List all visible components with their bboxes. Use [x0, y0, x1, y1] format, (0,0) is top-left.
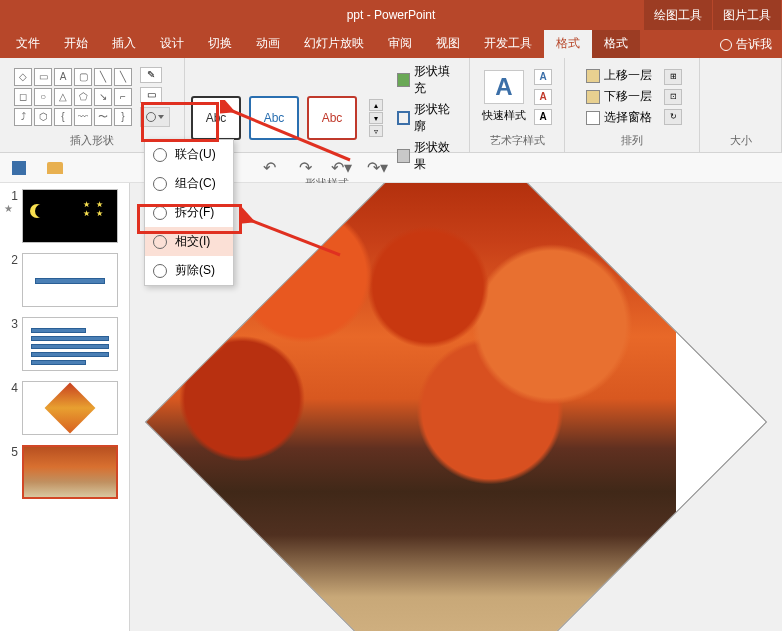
thumb-2[interactable]: 2	[4, 253, 125, 307]
tab-format-draw[interactable]: 格式	[544, 30, 592, 58]
quick-styles-button[interactable]: A	[484, 70, 523, 104]
tab-animation[interactable]: 动画	[244, 30, 292, 58]
tell-me[interactable]: 告诉我	[714, 31, 778, 58]
shape-gallery[interactable]: ◇▭A▢╲╲ ◻○△⬠↘⌐ ⤴⬡{〰〜}	[14, 68, 132, 126]
combine-icon	[153, 177, 167, 191]
layer-icon	[586, 90, 600, 104]
tab-format-pic[interactable]: 格式	[592, 30, 640, 58]
animation-star-icon: ★	[4, 203, 18, 214]
tab-insert[interactable]: 插入	[100, 30, 148, 58]
folder-icon	[47, 162, 63, 174]
thumb-1[interactable]: 1★ ★ ★★ ★	[4, 189, 125, 243]
group-label: 大小	[730, 131, 752, 150]
text-box-icon[interactable]: ▭	[140, 87, 162, 103]
text-effect-button[interactable]: A	[534, 109, 552, 125]
union-icon	[153, 148, 167, 162]
tab-review[interactable]: 审阅	[376, 30, 424, 58]
group-wordart: A 快速样式 A A A 艺术字样式	[470, 58, 565, 152]
gallery-more-icon[interactable]: ▿	[369, 125, 383, 137]
thumb-4[interactable]: 4	[4, 381, 125, 435]
bulb-icon	[720, 39, 732, 51]
slide-thumbnails[interactable]: 1★ ★ ★★ ★ 2 3 4 5	[0, 183, 130, 631]
rotate-button[interactable]: ↻	[664, 109, 682, 125]
edit-shape-icon[interactable]: ✎	[140, 67, 162, 83]
thumb-5[interactable]: 5	[4, 445, 125, 499]
tab-view[interactable]: 视图	[424, 30, 472, 58]
align-button[interactable]: ⊞	[664, 69, 682, 85]
window-title: ppt - PowerPoint	[347, 8, 436, 22]
gallery-down-icon[interactable]: ▾	[369, 112, 383, 124]
bucket-icon	[397, 73, 410, 87]
workspace: 1★ ★ ★★ ★ 2 3 4 5	[0, 183, 782, 631]
svg-line-0	[230, 110, 350, 160]
tell-me-label: 告诉我	[736, 36, 772, 53]
subtract-icon	[153, 264, 167, 278]
intersect-icon	[153, 235, 167, 249]
group-label: 艺术字样式	[490, 131, 545, 150]
shape-menu: 形状填充 形状轮廓 形状效果	[393, 62, 463, 174]
contextual-tabs: 绘图工具 图片工具	[644, 0, 782, 30]
svg-line-1	[250, 220, 340, 255]
group-arrange: 上移一层 下移一层 选择窗格 ⊞ ⊡ ↻ 排列	[565, 58, 700, 152]
ribbon: ◇▭A▢╲╲ ◻○△⬠↘⌐ ⤴⬡{〰〜} ✎ ▭ 插入形状 Abc Abc Ab…	[0, 58, 782, 153]
save-icon	[12, 161, 26, 175]
annotation-arrow-1	[220, 100, 360, 170]
shape-fill-button[interactable]: 形状填充	[393, 62, 463, 98]
group-size: 大小	[700, 58, 782, 152]
group-label: 排列	[621, 131, 643, 150]
effect-icon	[397, 149, 410, 163]
pane-icon	[586, 111, 600, 125]
tab-slideshow[interactable]: 幻灯片放映	[292, 30, 376, 58]
shape-effect-button[interactable]: 形状效果	[393, 138, 463, 174]
text-outline-button[interactable]: A	[534, 89, 552, 105]
picture-tools-tab[interactable]: 图片工具	[713, 0, 782, 30]
highlight-intersect	[137, 204, 242, 234]
gallery-spinner: ▴ ▾ ▿	[369, 99, 383, 137]
tab-developer[interactable]: 开发工具	[472, 30, 544, 58]
group-button[interactable]: ⊡	[664, 89, 682, 105]
group-label: 插入形状	[70, 131, 114, 150]
gallery-up-icon[interactable]: ▴	[369, 99, 383, 111]
send-backward-button[interactable]: 下移一层	[582, 87, 656, 106]
drawing-tools-tab[interactable]: 绘图工具	[644, 0, 713, 30]
diamond-image[interactable]	[145, 183, 767, 631]
text-fill-button[interactable]: A	[534, 69, 552, 85]
tab-home[interactable]: 开始	[52, 30, 100, 58]
thumb-3[interactable]: 3	[4, 317, 125, 371]
merge-subtract[interactable]: 剪除(S)	[145, 256, 233, 285]
bring-forward-button[interactable]: 上移一层	[582, 66, 656, 85]
title-bar: ppt - PowerPoint 绘图工具 图片工具	[0, 0, 782, 30]
ribbon-tabs: 文件 开始 插入 设计 切换 动画 幻灯片放映 审阅 视图 开发工具 格式 格式…	[0, 30, 782, 58]
layer-icon	[586, 69, 600, 83]
outline-icon	[397, 111, 410, 125]
merge-combine[interactable]: 组合(C)	[145, 169, 233, 198]
save-button[interactable]	[10, 159, 28, 177]
shape-outline-button[interactable]: 形状轮廓	[393, 100, 463, 136]
tab-design[interactable]: 设计	[148, 30, 196, 58]
tab-transition[interactable]: 切换	[196, 30, 244, 58]
highlight-merge-button	[141, 102, 219, 142]
tab-file[interactable]: 文件	[4, 30, 52, 58]
annotation-arrow-2	[240, 195, 350, 265]
selection-pane-button[interactable]: 选择窗格	[582, 108, 656, 127]
open-button[interactable]	[46, 159, 64, 177]
